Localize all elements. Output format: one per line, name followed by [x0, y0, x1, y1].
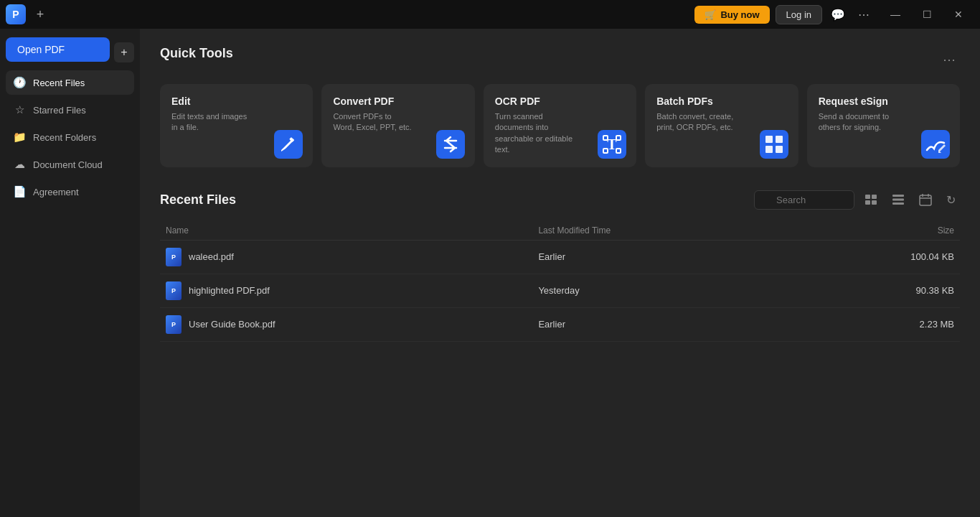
more-options-button[interactable]: ⋯ — [854, 4, 874, 24]
col-modified: Last Modified Time — [532, 221, 790, 241]
tool-card-ocr[interactable]: OCR PDF Turn scanned documents into sear… — [484, 84, 636, 167]
col-size: Size — [791, 221, 960, 241]
file-icon: P — [166, 281, 182, 300]
sidebar-item-agreement[interactable]: 📄 Agreement — [6, 180, 134, 204]
login-button[interactable]: Log in — [776, 5, 822, 24]
main-layout: Open PDF + 🕐 Recent Files ☆ Starred File… — [0, 29, 980, 517]
chat-icon-button[interactable]: 💬 — [828, 4, 848, 24]
titlebar-left: P + — [6, 4, 49, 24]
starred-files-icon: ☆ — [13, 103, 26, 116]
svg-rect-21 — [892, 202, 904, 205]
tool-batch-desc: Batch convert, create, print, OCR PDFs, … — [656, 111, 735, 134]
file-size: 2.23 MB — [791, 307, 960, 341]
list-view-button[interactable] — [860, 190, 882, 209]
recent-folders-icon: 📁 — [13, 131, 26, 144]
cart-icon: 🛒 — [705, 9, 716, 20]
tool-edit-icon — [271, 127, 306, 162]
svg-rect-19 — [892, 195, 904, 197]
svg-rect-22 — [920, 195, 931, 205]
maximize-button[interactable]: ☐ — [911, 3, 943, 26]
tool-card-esign[interactable]: Request eSign Send a document to others … — [807, 84, 960, 167]
open-pdf-button[interactable]: Open PDF — [6, 37, 110, 62]
file-name: highlighted PDF.pdf — [189, 285, 270, 296]
file-size: 100.04 KB — [791, 240, 960, 274]
recent-files-header: Recent Files 🔍 — [160, 190, 960, 210]
app-logo: P — [6, 4, 26, 24]
file-name: waleed.pdf — [189, 251, 234, 262]
svg-rect-17 — [865, 200, 870, 205]
close-button[interactable]: ✕ — [943, 3, 974, 26]
svg-rect-9 — [760, 130, 788, 159]
grid-view-button[interactable] — [887, 190, 909, 209]
svg-rect-12 — [765, 146, 773, 153]
tool-ocr-title: OCR PDF — [495, 96, 625, 107]
col-name: Name — [160, 221, 532, 241]
sidebar-item-label: Agreement — [33, 187, 79, 197]
file-row-userguide: P User Guide Book.pdf — [166, 315, 527, 334]
quick-tools-more-button[interactable]: ⋯ — [938, 50, 960, 69]
calendar-view-button[interactable] — [915, 190, 936, 209]
titlebar: P + 🛒 Buy now Log in 💬 ⋯ — ☐ ✕ — [0, 0, 980, 29]
tool-convert-desc: Convert PDFs to Word, Excel, PPT, etc. — [333, 111, 412, 134]
quick-tools-title: Quick Tools — [160, 46, 233, 61]
tool-edit-desc: Edit texts and images in a file. — [171, 111, 250, 134]
recent-files-section: Recent Files 🔍 — [160, 190, 960, 342]
sidebar-item-label: Recent Files — [33, 78, 85, 88]
tool-convert-title: Convert PDF — [333, 96, 463, 107]
window-controls: — ☐ ✕ — [880, 3, 974, 26]
search-input[interactable] — [754, 190, 854, 210]
svg-rect-20 — [892, 199, 904, 201]
tool-esign-title: Request eSign — [819, 96, 948, 107]
file-modified: Earlier — [532, 307, 790, 341]
file-modified: Yesterday — [532, 274, 790, 307]
sidebar-item-starred-files[interactable]: ☆ Starred Files — [6, 98, 134, 122]
sidebar-item-document-cloud[interactable]: ☁ Document Cloud — [6, 152, 134, 177]
search-wrapper: 🔍 — [754, 190, 854, 210]
open-pdf-row: Open PDF + — [6, 37, 134, 67]
recent-files-controls: 🔍 — [754, 190, 960, 210]
svg-rect-18 — [872, 200, 877, 205]
file-row-highlighted: P highlighted PDF.pdf — [166, 281, 527, 300]
table-row[interactable]: P waleed.pdf Earlier 100.04 KB — [160, 240, 960, 274]
tool-card-edit[interactable]: Edit Edit texts and images in a file. — [160, 84, 313, 167]
sidebar-item-label: Starred Files — [33, 105, 86, 116]
sidebar-item-recent-files[interactable]: 🕐 Recent Files — [6, 70, 134, 95]
tool-edit-title: Edit — [171, 96, 301, 107]
buy-now-button[interactable]: 🛒 Buy now — [694, 6, 769, 24]
recent-files-title: Recent Files — [160, 192, 236, 208]
svg-rect-16 — [872, 195, 877, 199]
add-button[interactable]: + — [114, 42, 134, 62]
tool-ocr-icon: T — [595, 127, 629, 162]
files-table: Name Last Modified Time Size P waleed.pd… — [160, 221, 960, 342]
tool-ocr-desc: Turn scanned documents into searchable o… — [495, 111, 574, 156]
file-icon: P — [166, 315, 182, 334]
file-row-waleed: P waleed.pdf — [166, 248, 527, 266]
document-cloud-icon: ☁ — [13, 158, 26, 171]
tool-esign-desc: Send a document to others for signing. — [819, 111, 897, 134]
minimize-button[interactable]: — — [880, 3, 911, 26]
file-size: 90.38 KB — [791, 274, 960, 307]
sidebar-item-label: Recent Folders — [33, 132, 96, 143]
sidebar-item-label: Document Cloud — [33, 159, 103, 170]
svg-rect-11 — [776, 136, 783, 143]
refresh-button[interactable]: ↻ — [942, 190, 960, 210]
titlebar-right: 🛒 Buy now Log in 💬 ⋯ — ☐ ✕ — [694, 3, 974, 26]
svg-rect-13 — [776, 146, 783, 153]
table-row[interactable]: P User Guide Book.pdf Earlier 2.23 MB — [160, 307, 960, 341]
tool-card-batch[interactable]: Batch PDFs Batch convert, create, print,… — [645, 84, 798, 167]
file-icon: P — [166, 248, 182, 266]
file-name: User Guide Book.pdf — [189, 319, 275, 330]
svg-rect-10 — [765, 136, 773, 143]
content-area: Quick Tools ⋯ Edit Edit texts and images… — [140, 29, 980, 517]
quick-tools-section: Quick Tools ⋯ Edit Edit texts and images… — [160, 46, 960, 167]
tool-batch-icon — [757, 127, 791, 162]
table-row[interactable]: P highlighted PDF.pdf Yesterday 90.38 KB — [160, 274, 960, 307]
sidebar: Open PDF + 🕐 Recent Files ☆ Starred File… — [0, 29, 140, 517]
recent-files-icon: 🕐 — [13, 76, 26, 89]
tool-esign-icon — [918, 127, 953, 162]
new-tab-button[interactable]: + — [32, 6, 49, 23]
tool-card-convert[interactable]: Convert PDF Convert PDFs to Word, Excel,… — [321, 84, 474, 167]
sidebar-item-recent-folders[interactable]: 📁 Recent Folders — [6, 125, 134, 149]
open-pdf-label: Open PDF — [17, 44, 65, 55]
quick-tools-grid: Edit Edit texts and images in a file. Co… — [160, 84, 960, 167]
